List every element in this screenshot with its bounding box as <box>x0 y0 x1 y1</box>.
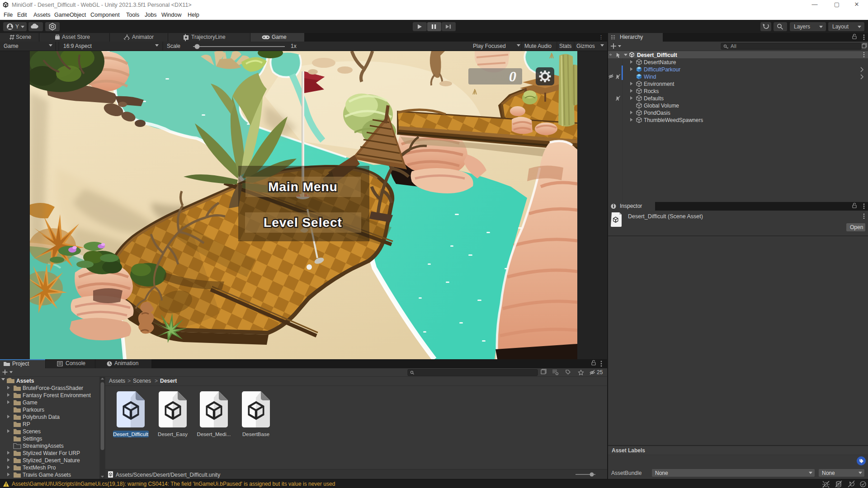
svg-text:Desert_Difficult (Scene Asset): Desert_Difficult (Scene Asset) <box>628 213 703 220</box>
svg-text:DesertBase: DesertBase <box>242 432 269 437</box>
svg-text:Stylized Water For URP: Stylized Water For URP <box>23 450 80 456</box>
svg-text:Global Volume: Global Volume <box>644 103 679 109</box>
svg-text:Parkours: Parkours <box>23 407 44 413</box>
svg-text:None: None <box>822 470 835 476</box>
svg-text:Desert_Difficult: Desert_Difficult <box>637 52 677 58</box>
svg-text:Layers: Layers <box>794 23 810 30</box>
svg-text:Desert_Medi...: Desert_Medi... <box>197 432 231 437</box>
svg-text:RP: RP <box>23 421 30 427</box>
svg-text:Rocks: Rocks <box>644 88 659 94</box>
svg-text:PondOasis: PondOasis <box>644 110 670 116</box>
svg-text:Scenes: Scenes <box>23 428 41 435</box>
svg-text:Travis Game Assets: Travis Game Assets <box>23 472 71 478</box>
svg-text:Defaults: Defaults <box>644 95 664 102</box>
svg-text:Desert_Difficult: Desert_Difficult <box>113 432 149 437</box>
svg-text:ThumbleWeedSpawners: ThumbleWeedSpawners <box>644 117 703 123</box>
svg-text:Assets: Assets <box>16 378 34 384</box>
svg-text:None: None <box>655 470 668 476</box>
svg-text:Stylized_Desert_Nature: Stylized_Desert_Nature <box>23 457 80 464</box>
svg-text:Open: Open <box>850 224 863 230</box>
svg-text:All: All <box>731 43 736 49</box>
svg-text:Fantasy Forest Environment: Fantasy Forest Environment <box>23 392 91 399</box>
svg-text:0: 0 <box>509 68 516 84</box>
svg-text:Assets/Scenes/Desert/Desert_Di: Assets/Scenes/Desert/Desert_Difficult.un… <box>116 472 220 478</box>
svg-text:Layout: Layout <box>832 23 849 30</box>
svg-text:Main Menu: Main Menu <box>268 180 338 194</box>
svg-text:AssetBundle: AssetBundle <box>611 470 642 476</box>
svg-text:Settings: Settings <box>23 436 42 442</box>
svg-text:BruteForce-GrassShader: BruteForce-GrassShader <box>23 385 83 391</box>
svg-text:DesertNature: DesertNature <box>644 59 676 66</box>
svg-text:DifficultParkour: DifficultParkour <box>644 66 680 73</box>
svg-text:Wind: Wind <box>644 74 656 80</box>
svg-text:TextMesh Pro: TextMesh Pro <box>23 465 56 471</box>
svg-text:StreamingAssets: StreamingAssets <box>23 443 64 449</box>
svg-text:Y: Y <box>15 23 19 30</box>
svg-text:25: 25 <box>597 369 603 375</box>
svg-text:Game: Game <box>23 399 38 406</box>
svg-text:Environment: Environment <box>644 81 675 87</box>
svg-text:Polybrush Data: Polybrush Data <box>23 414 60 420</box>
svg-text:Desert_Easy: Desert_Easy <box>158 432 188 437</box>
svg-text:Level Select: Level Select <box>264 216 342 230</box>
